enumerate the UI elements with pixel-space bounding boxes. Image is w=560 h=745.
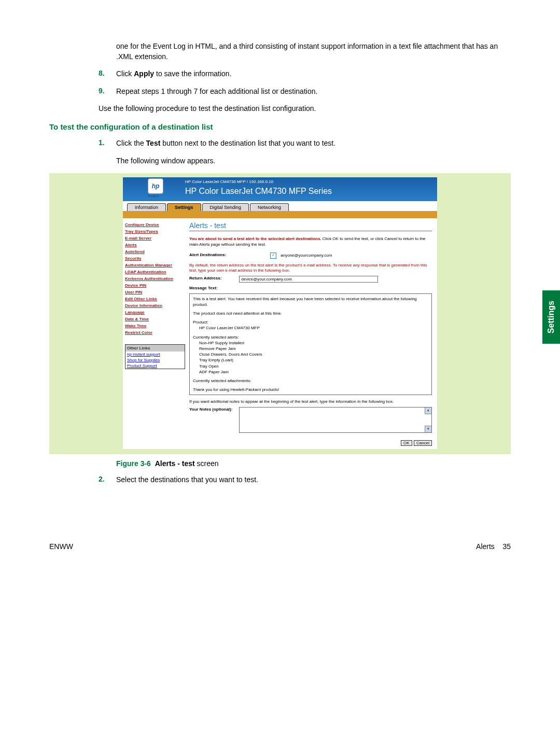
selected-alert-item: ADF Paper Jam <box>193 369 428 375</box>
sidebar-item-device-pin[interactable]: Device PIN <box>125 282 185 289</box>
alert-dest-checkbox[interactable]: ✓ <box>270 252 276 259</box>
sidebar-item-security[interactable]: Security <box>125 255 185 262</box>
ok-button[interactable]: OK <box>401 440 412 446</box>
figure-caption: Figure 3-6 Alerts - test screen <box>116 459 511 468</box>
step-number: 8. <box>99 69 116 79</box>
sidebar: Configure DeviceTray Sizes/TypesE-mail S… <box>123 218 187 449</box>
other-link-hp-instant-support[interactable]: hp instant support <box>125 352 185 357</box>
heading-test-config: To test the configuration of a destinati… <box>49 122 511 131</box>
step-body: Click the Test button next to the destin… <box>116 138 511 166</box>
step-body: Select the destinations that you want to… <box>116 475 511 485</box>
your-notes-label: Your Notes (optional): <box>189 407 239 412</box>
sidebar-item-wake-time[interactable]: Wake Time <box>125 322 185 329</box>
return-address-label: Return Address: <box>189 276 239 280</box>
sidebar-item-kerberos-authentication[interactable]: Kerberos Authentication <box>125 275 185 282</box>
sidebar-item-date-time[interactable]: Date & Time <box>125 316 185 322</box>
sidebar-item-device-information[interactable]: Device Information <box>125 302 185 309</box>
scroll-down-icon[interactable]: ▾ <box>425 426 431 432</box>
alert-dest-label: Alert Destinations: <box>189 252 239 257</box>
tab-bar: InformationSettingsDigital SendingNetwor… <box>123 201 437 211</box>
sidebar-item-edit-other-links[interactable]: Edit Other Links <box>125 296 185 302</box>
message-text-box: This is a test alert. You have received … <box>189 293 432 396</box>
selected-alert-item: Tray Open <box>193 363 428 369</box>
other-link-product-support[interactable]: Product Support <box>125 363 185 369</box>
sidebar-item-e-mail-server[interactable]: E-mail Server <box>125 235 185 242</box>
tab-networking[interactable]: Networking <box>250 203 289 211</box>
alert-dest-value: anyone@yourcompany.com <box>281 253 332 258</box>
step: 8.Click Apply to save the information. <box>99 69 511 79</box>
intro-trailing: one for the Event Log in HTML, and a thi… <box>116 41 511 62</box>
sidebar-item-authentication-manager[interactable]: Authentication Manager <box>125 262 185 269</box>
tab-information[interactable]: Information <box>127 203 166 211</box>
step: 1.Click the Test button next to the dest… <box>99 138 511 166</box>
other-link-shop-for-supplies[interactable]: Shop for Supplies <box>125 357 185 363</box>
sidebar-item-tray-sizes-types[interactable]: Tray Sizes/Types <box>125 228 185 235</box>
screenshot-figure: hp invent HP Color LaserJet CM4730 MFP /… <box>49 173 511 454</box>
step-body: Click Apply to save the information. <box>116 69 511 79</box>
your-notes-textarea[interactable]: ▴ ▾ <box>239 407 432 433</box>
step-number: 9. <box>99 87 116 97</box>
footer-right: Alerts 35 <box>476 542 511 551</box>
side-tab-settings: Settings <box>542 290 560 344</box>
message-text-label: Message Text: <box>189 286 239 290</box>
sidebar-item-alerts[interactable]: Alerts <box>125 242 185 248</box>
hp-invent-label: invent <box>148 194 159 198</box>
step-number: 2. <box>99 475 116 485</box>
footer-left: ENWW <box>49 542 73 551</box>
sidebar-item-configure-device[interactable]: Configure Device <box>125 221 185 228</box>
ss-header: hp invent HP Color LaserJet CM4730 MFP /… <box>123 177 437 201</box>
device-title: HP Color LaserJet CM4730 MFP Series <box>185 187 332 196</box>
active-tab-bar <box>123 211 437 218</box>
step: 2.Select the destinations that you want … <box>99 475 511 485</box>
step-number: 1. <box>99 138 116 166</box>
panel-title: Alerts - test <box>189 221 432 231</box>
hp-logo-icon: hp <box>148 178 163 194</box>
para-after-top-steps: Use the following procedure to test the … <box>99 104 511 114</box>
sidebar-item-autosend[interactable]: AutoSend <box>125 248 185 255</box>
notes-prompt: If you want additional notes to appear a… <box>189 399 432 404</box>
selected-alert-item: Tray Empty (Load) <box>193 357 428 363</box>
other-links-title: Other Links <box>125 345 185 352</box>
tab-digital-sending[interactable]: Digital Sending <box>202 203 249 211</box>
step-body: Repeat steps 1 through 7 for each additi… <box>116 87 511 97</box>
step: 9.Repeat steps 1 through 7 for each addi… <box>99 87 511 97</box>
warn-text: You are about to send a test alert to th… <box>189 236 432 247</box>
scroll-up-icon[interactable]: ▴ <box>425 407 431 414</box>
main-panel: Alerts - test You are about to send a te… <box>187 218 437 449</box>
selected-alert-item: Close Drawers, Doors And Covers <box>193 352 428 357</box>
selected-alert-item: Non-HP Supply Installed <box>193 340 428 346</box>
return-note: By default, the return address on the te… <box>189 263 432 274</box>
sidebar-item-ldap-authentication[interactable]: LDAP Authentication <box>125 269 185 275</box>
device-address-line: HP Color LaserJet CM4730 MFP / 192.168.0… <box>185 179 273 184</box>
tab-settings[interactable]: Settings <box>167 203 201 211</box>
sidebar-item-language[interactable]: Language <box>125 309 185 316</box>
sidebar-item-user-pin[interactable]: User PIN <box>125 289 185 296</box>
sidebar-item-restrict-color[interactable]: Restrict Color <box>125 329 185 336</box>
selected-alert-item: Remove Paper Jam <box>193 346 428 352</box>
cancel-button[interactable]: Cancel <box>414 440 432 446</box>
return-address-input[interactable]: device@your.company.com <box>239 276 378 283</box>
